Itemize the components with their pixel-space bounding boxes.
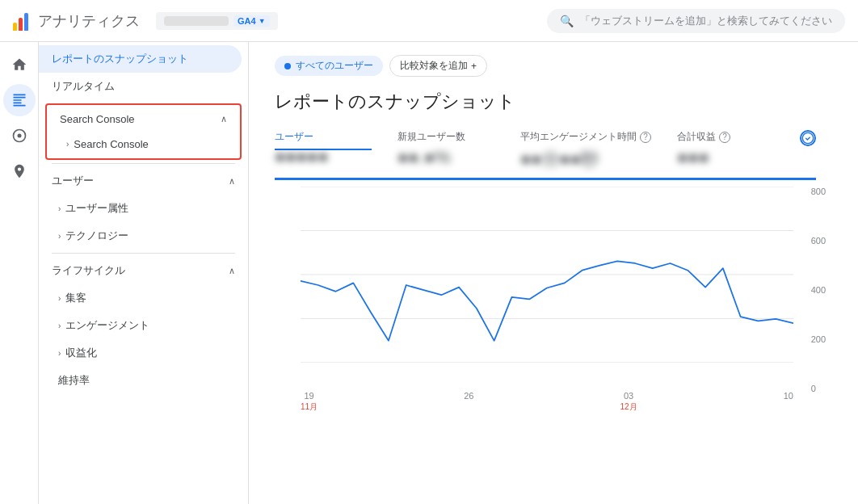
page-title: レポートのスナップショット bbox=[275, 90, 832, 114]
x-label-03: 03 12月 bbox=[620, 391, 637, 413]
app-title: アナリティクス bbox=[38, 11, 140, 31]
sidebar-item-realtime[interactable]: リアルタイム bbox=[39, 73, 242, 100]
lifecycle-collapse-icon: ∧ bbox=[229, 266, 235, 276]
metrics-row: ユーザー ●●●●● 新規ユーザー数 ●●.●% 平均エンゲージメント時間 ? bbox=[275, 130, 816, 180]
retention-label: 維持率 bbox=[58, 373, 90, 388]
acquisition-label: 集客 bbox=[65, 291, 86, 305]
user-attributes-label: ユーザー属性 bbox=[65, 201, 128, 216]
avg-engagement-info-icon[interactable]: ? bbox=[640, 132, 651, 143]
metric-new-users: 新規ユーザー数 ●●.●% bbox=[397, 130, 494, 168]
x-label-26: 26 bbox=[464, 391, 473, 413]
x-date-26: 26 bbox=[464, 391, 473, 401]
add-comparison-button[interactable]: 比較対象を追加 + bbox=[389, 55, 487, 77]
home-nav-icon[interactable] bbox=[3, 48, 36, 81]
x-label-10: 10 bbox=[784, 391, 793, 413]
main-inner: すべてのユーザー 比較対象を追加 + レポートのスナップショット ユーザー ●●… bbox=[249, 42, 858, 426]
x-date-19: 19 bbox=[304, 391, 313, 401]
y-label-400: 400 bbox=[811, 285, 826, 295]
chip-label: すべてのユーザー bbox=[296, 59, 373, 73]
logo-bar-yellow bbox=[13, 23, 17, 31]
logo-bar-red bbox=[19, 18, 23, 31]
user-collapse-icon: ∧ bbox=[229, 176, 235, 187]
sidebar-item-acquisition[interactable]: › 集客 bbox=[39, 284, 248, 312]
x-date-10: 10 bbox=[784, 391, 793, 401]
realtime-label: リアルタイム bbox=[52, 79, 115, 94]
account-blurred bbox=[164, 16, 229, 26]
app-logo bbox=[13, 11, 28, 31]
metric-total-revenue: 合計収益 ? ●●● bbox=[677, 130, 774, 168]
main-content: すべてのユーザー 比較対象を追加 + レポートのスナップショット ユーザー ●●… bbox=[249, 42, 858, 504]
sidebar-item-user-attributes[interactable]: › ユーザー属性 bbox=[39, 195, 248, 222]
sidebar-item-technology[interactable]: › テクノロジー bbox=[39, 222, 248, 250]
y-label-0: 0 bbox=[811, 384, 826, 393]
filter-bar: すべてのユーザー 比較対象を追加 + bbox=[275, 55, 832, 77]
ga4-badge[interactable]: GA4 bbox=[233, 15, 270, 27]
metric-new-users-value: ●●.●% bbox=[397, 147, 494, 168]
metric-avg-engagement-value: ●●分●●秒 bbox=[520, 147, 651, 171]
y-label-200: 200 bbox=[811, 334, 826, 344]
y-label-600: 600 bbox=[811, 236, 826, 246]
snapshot-label: レポートのスナップショット bbox=[52, 52, 188, 66]
metric-check-icon bbox=[800, 130, 816, 146]
sidebar-item-snapshot[interactable]: レポートのスナップショット bbox=[39, 45, 242, 73]
engagement-label: エンゲージメント bbox=[65, 318, 149, 333]
logo-bar-blue bbox=[24, 13, 28, 31]
metric-total-revenue-value: ●●● bbox=[677, 147, 774, 168]
body-layout: レポートのスナップショット リアルタイム Search Console ∧ › … bbox=[0, 42, 858, 504]
sidebar-item-monetization[interactable]: › 収益化 bbox=[39, 339, 248, 367]
acquisition-chevron: › bbox=[58, 294, 61, 303]
sidebar-item-retention[interactable]: 維持率 bbox=[39, 367, 248, 394]
metric-users: ユーザー ●●●●● bbox=[275, 130, 372, 167]
metric-avg-engagement-label[interactable]: 平均エンゲージメント時間 ? bbox=[520, 130, 651, 144]
search-console-child-chevron: › bbox=[66, 140, 69, 149]
explore-nav-icon[interactable] bbox=[3, 120, 36, 152]
metric-users-value: ●●●●● bbox=[275, 146, 372, 167]
divider-2 bbox=[52, 253, 235, 254]
technology-label: テクノロジー bbox=[65, 229, 128, 243]
technology-chevron: › bbox=[58, 232, 61, 241]
sidebar-item-engagement[interactable]: › エンゲージメント bbox=[39, 312, 248, 339]
app-header: アナリティクス GA4 🔍 「ウェブストリームを追加」と検索してみてください bbox=[0, 0, 858, 42]
add-comparison-label: 比較対象を追加 bbox=[400, 59, 468, 73]
lifecycle-section: ライフサイクル ∧ › 集客 › エンゲージメント › 収益化 維持率 bbox=[39, 257, 248, 394]
engagement-chevron: › bbox=[58, 321, 61, 330]
search-placeholder-text: 「ウェブストリームを追加」と検索してみてください bbox=[580, 14, 832, 28]
divider-1 bbox=[52, 163, 235, 164]
user-section: ユーザー ∧ › ユーザー属性 › テクノロジー bbox=[39, 167, 248, 250]
all-users-chip[interactable]: すべてのユーザー bbox=[275, 56, 383, 76]
x-date-03: 03 bbox=[624, 391, 633, 401]
user-attributes-chevron: › bbox=[58, 204, 61, 213]
lifecycle-section-header[interactable]: ライフサイクル ∧ bbox=[39, 257, 248, 284]
search-console-section: Search Console ∧ › Search Console bbox=[45, 103, 242, 160]
y-label-800: 800 bbox=[811, 187, 826, 196]
search-icon: 🔍 bbox=[560, 15, 574, 27]
search-console-title: Search Console bbox=[60, 113, 135, 125]
add-icon: + bbox=[471, 61, 477, 72]
svg-point-2 bbox=[802, 132, 813, 143]
chart-y-labels: 800 600 400 200 0 bbox=[811, 187, 826, 393]
svg-point-1 bbox=[17, 134, 21, 138]
metric-total-revenue-label[interactable]: 合計収益 ? bbox=[677, 130, 774, 144]
reports-nav-icon[interactable] bbox=[3, 84, 36, 116]
metric-new-users-label[interactable]: 新規ユーザー数 bbox=[397, 130, 494, 144]
search-console-header[interactable]: Search Console ∧ bbox=[47, 107, 240, 132]
metric-avg-engagement: 平均エンゲージメント時間 ? ●●分●●秒 bbox=[520, 130, 651, 171]
search-console-collapse-icon: ∧ bbox=[221, 114, 227, 124]
user-section-header[interactable]: ユーザー ∧ bbox=[39, 167, 248, 195]
sidebar: レポートのスナップショット リアルタイム Search Console ∧ › … bbox=[39, 42, 249, 504]
x-month-11: 11月 bbox=[301, 401, 318, 413]
chart-container: 800 600 400 200 0 bbox=[275, 187, 832, 413]
search-console-child-item[interactable]: › Search Console bbox=[47, 132, 240, 157]
advertising-nav-icon[interactable] bbox=[3, 155, 36, 187]
chart-svg bbox=[301, 187, 793, 363]
user-section-title: ユーザー bbox=[52, 174, 94, 188]
account-selector[interactable]: GA4 bbox=[156, 12, 278, 30]
x-month-12: 12月 bbox=[620, 401, 637, 413]
total-revenue-info-icon[interactable]: ? bbox=[719, 132, 730, 143]
lifecycle-section-title: ライフサイクル bbox=[52, 263, 125, 278]
global-search[interactable]: 🔍 「ウェブストリームを追加」と検索してみてください bbox=[547, 9, 845, 33]
x-label-19: 19 11月 bbox=[301, 391, 318, 413]
chip-dot bbox=[284, 63, 291, 69]
monetization-label: 収益化 bbox=[65, 346, 97, 360]
chart-x-labels: 19 11月 26 03 12月 10 bbox=[301, 391, 793, 413]
